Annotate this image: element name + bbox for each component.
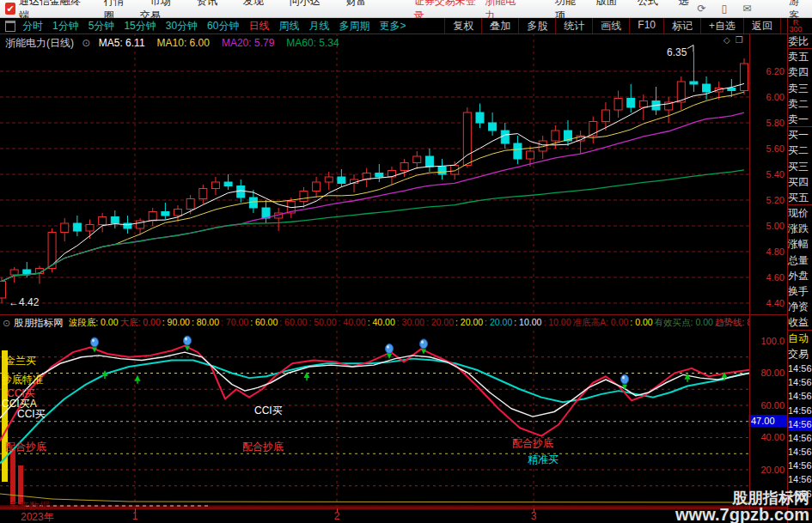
toolbar-button[interactable]: 统计 <box>555 18 592 34</box>
sidebar-row[interactable]: 外盘 <box>788 268 812 283</box>
chart-corner-icons[interactable]: ◇❐ <box>723 35 748 45</box>
toolbar-button[interactable]: 叠加 <box>481 18 518 34</box>
signal-label: CCI买 <box>254 404 283 418</box>
top-menu-item[interactable]: 发现 <box>243 0 264 7</box>
indicator-param: : 20.00 <box>426 317 454 327</box>
indicator-param: : 60.00 <box>279 317 307 327</box>
period-tab[interactable]: 更多> <box>379 20 406 32</box>
period-tab[interactable]: 月线 <box>308 20 329 32</box>
quote-sidebar: 委比卖五卖四卖三卖二卖一买一买二买三买四买五现价涨跌涨幅总量外盘换手净资收益自动… <box>788 33 812 523</box>
indicator-param: : 40.00 <box>339 317 366 327</box>
ma-value: MA10: 6.00 <box>157 37 210 49</box>
ma-value: MA60: 5.34 <box>286 37 339 49</box>
sidebar-row[interactable]: 买三 <box>788 159 812 174</box>
watermark: 股朋指标网 www.7gpzb.com <box>675 490 809 523</box>
collapse-icon[interactable]: ⊙ <box>82 37 90 49</box>
collapse-icon[interactable]: ⊙ <box>3 318 10 329</box>
price-axis-label: 5.20 <box>748 195 785 205</box>
period-tab[interactable]: 30分钟 <box>166 20 198 32</box>
sidebar-row[interactable]: 涨跌 <box>788 221 812 236</box>
price-axis-label: 6.20 <box>748 66 785 76</box>
price-axis-label: 4.80 <box>748 246 785 257</box>
trade-tab[interactable]: 交易 <box>788 346 812 362</box>
period-tab[interactable]: 60分钟 <box>207 20 239 32</box>
top-menu-item[interactable]: 版面 <box>596 0 617 7</box>
layout-icon[interactable] <box>5 21 15 32</box>
indicator-param: : 20.00 <box>455 317 483 327</box>
indicator-axis-label: 100.0 <box>748 336 785 346</box>
sidebar-row[interactable]: 买一 <box>788 127 812 143</box>
signal-label: 配合抄底 <box>512 436 553 451</box>
sidebar-row[interactable]: 净资 <box>788 299 812 314</box>
divider <box>0 314 788 315</box>
toolbar-button[interactable]: 复权 <box>444 18 481 34</box>
sidebar-row[interactable]: 收益 <box>788 314 812 330</box>
top-menu-item[interactable]: 问小达 <box>290 0 321 7</box>
sidebar-row[interactable]: 卖四 <box>788 64 812 80</box>
main-chart-title-row: 浙能电力(日线) ⊙ MA5: 6.11MA10: 6.00MA20: 5.79… <box>5 36 351 51</box>
toolbar-button[interactable]: 多股 <box>518 18 555 34</box>
period-toolbar: 分时1分钟5分钟15分钟30分钟60分钟日线周线月线多周期更多> 复权叠加多股统… <box>0 18 812 33</box>
top-menu-item[interactable]: 资讯 <box>197 0 217 7</box>
period-tab[interactable]: 多周期 <box>339 20 369 32</box>
sidebar-row[interactable]: 卖一 <box>788 112 812 127</box>
signal-label: 精准买 <box>528 453 559 467</box>
top-menu-item[interactable]: 功能 <box>555 0 576 7</box>
year-label: 2023年 <box>21 510 54 523</box>
indicator-param: : 20.00 <box>485 317 512 327</box>
period-tab[interactable]: 周线 <box>278 20 299 32</box>
low-price-label: ←4.42 <box>9 296 39 308</box>
price-axis-label: 4.40 <box>748 298 785 308</box>
time-row: 14:56 <box>788 459 812 472</box>
period-tab[interactable]: 日线 <box>248 20 269 32</box>
sidebar-row[interactable]: 委比 <box>788 33 812 49</box>
time-row: 14:56 <box>788 375 812 389</box>
top-menu-item[interactable]: 公式 <box>638 0 658 7</box>
sidebar-row[interactable]: 卖五 <box>788 49 812 64</box>
toolbar-button[interactable]: 画线 <box>592 18 629 34</box>
auto-tab[interactable]: 自动 <box>788 331 812 346</box>
sidebar-row[interactable]: 总量 <box>788 252 812 268</box>
date-tick-label: 3 <box>531 510 537 522</box>
refresh-icon[interactable]: ⟳ <box>698 3 706 15</box>
period-tab[interactable]: 5分钟 <box>89 20 115 32</box>
sidebar-row[interactable]: 买五 <box>788 190 812 205</box>
signal-label: 金兰买 <box>5 354 36 368</box>
candlestick-chart[interactable] <box>0 33 749 314</box>
date-tick-label: 1 <box>132 510 138 522</box>
indicator-param: : 70.00 <box>221 317 248 327</box>
time-row: 14:56 <box>788 389 812 403</box>
period-tab[interactable]: 15分钟 <box>124 20 156 32</box>
period-tab[interactable]: 分时 <box>22 20 43 32</box>
signal-label: CCI买 <box>17 407 46 422</box>
sidebar-row[interactable]: 卖二 <box>788 96 812 112</box>
toolbar-button[interactable]: +自选 <box>700 18 743 34</box>
mobile-icon[interactable]: ▯ <box>722 3 728 15</box>
sidebar-row[interactable]: 买四 <box>788 174 812 190</box>
indicator-param: : 50.00 <box>308 317 336 327</box>
indicator-param: 大底: 0.00 <box>120 317 161 327</box>
time-row: 14:56 <box>788 445 812 459</box>
indicator-param: : 60.00 <box>250 317 278 327</box>
indicator-axis-label: 80.00 <box>748 368 785 378</box>
indicator-param: : 40.00 <box>368 317 395 327</box>
time-row: 14:56 <box>788 362 812 375</box>
top-menu-item[interactable]: 市场 <box>150 0 171 7</box>
top-menu-item[interactable]: 行情 <box>104 0 125 7</box>
indicator-axis-label: 20.00 <box>748 465 785 475</box>
toolbar-buttons: 复权叠加多股统计画线F10标记+自选返回 <box>444 18 781 34</box>
toolbar-button[interactable]: 返回 <box>743 18 781 34</box>
toolbar-button[interactable]: F10 <box>629 18 663 34</box>
tdx-terminal-window: ✔ 通达信金融终端 行情市场资讯发现问小达财富圈交易 证券交易未登录 浙能电力 … <box>0 0 812 523</box>
indicator-chart[interactable] <box>0 331 749 508</box>
sidebar-row[interactable]: 涨幅 <box>788 236 812 252</box>
period-tab[interactable]: 1分钟 <box>52 20 79 32</box>
sidebar-row[interactable]: 换手 <box>788 283 812 299</box>
mail-icon[interactable]: ✉ <box>742 3 751 15</box>
sidebar-row[interactable]: 卖三 <box>788 81 812 96</box>
toolbar-button[interactable]: 标记 <box>663 18 700 34</box>
sidebar-row[interactable]: 现价 <box>788 205 812 221</box>
sidebar-row[interactable]: 买二 <box>788 143 812 158</box>
axis-border <box>749 33 750 508</box>
time-row: 14:56 <box>788 417 812 431</box>
